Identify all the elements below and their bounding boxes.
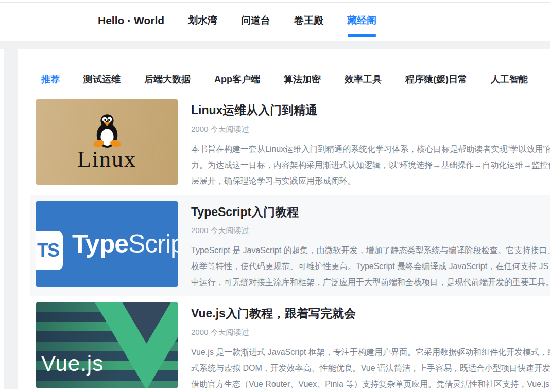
nav-item-juanwangdian[interactable]: 卷王殿 xyxy=(294,1,323,41)
tab-backend-bigdata[interactable]: 后端大数据 xyxy=(144,73,191,85)
tab-efficiency-tools[interactable]: 效率工具 xyxy=(345,73,382,85)
nav-item-wendaotai[interactable]: 问道台 xyxy=(241,1,270,41)
article-card-linux[interactable]: Linux Linux运维从入门到精通 2000 今天阅读过 本书旨在构建一套从… xyxy=(30,93,550,195)
tab-app-client[interactable]: App客户端 xyxy=(214,73,260,85)
page-background-band xyxy=(0,41,550,49)
left-gutter xyxy=(4,49,18,389)
tab-ai[interactable]: 人工智能 xyxy=(491,73,528,85)
article-title[interactable]: Linux运维从入门到精通 xyxy=(191,103,550,118)
tux-penguin-icon xyxy=(92,113,122,149)
main-content: 推荐 测试运维 后端大数据 App客户端 算法加密 效率工具 程序猿(媛)日常 … xyxy=(0,49,550,392)
article-card-typescript[interactable]: TS TypeScript TypeScript入门教程 2000 今天阅读过 … xyxy=(30,195,550,297)
tab-recommended[interactable]: 推荐 xyxy=(41,73,60,85)
article-read-count: 2000 今天阅读过 xyxy=(191,328,550,337)
typescript-thumbnail-text: TypeScript xyxy=(72,229,178,259)
article-card-vuejs[interactable]: Vue.js Vue.js入门教程，跟着写完就会 2000 今天阅读过 Vue.… xyxy=(30,296,550,392)
typescript-word-light: Script xyxy=(128,229,178,258)
ts-logo-letters: TS xyxy=(37,240,63,261)
article-title[interactable]: Vue.js入门教程，跟着写完就会 xyxy=(191,307,550,321)
tab-programmer-daily[interactable]: 程序猿(媛)日常 xyxy=(405,73,467,85)
top-divider xyxy=(0,2,550,3)
tab-algorithm-crypto[interactable]: 算法加密 xyxy=(284,73,321,85)
article-read-count: 2000 今天阅读过 xyxy=(191,226,550,236)
article-description: TypeScript 是 JavaScript 的超集，由微软开发，增加了静态类… xyxy=(191,242,550,290)
tab-test-ops[interactable]: 测试运维 xyxy=(83,73,121,85)
article-description: 本书旨在构建一套从Linux运维入门到精通的系统化学习体系，核心目标是帮助读者实… xyxy=(191,141,550,189)
article-title[interactable]: TypeScript入门教程 xyxy=(191,205,550,220)
site-brand[interactable]: Hello · World xyxy=(98,14,164,27)
nav-item-huashuiwan[interactable]: 划水湾 xyxy=(188,1,217,41)
linux-thumbnail: Linux xyxy=(36,99,178,185)
nav-item-cangjingge-active[interactable]: 藏经阁 xyxy=(347,1,376,41)
top-navbar: Hello · World 划水湾 问道台 卷王殿 藏经阁 xyxy=(0,0,550,41)
category-tabbar: 推荐 测试运维 后端大数据 App客户端 算法加密 效率工具 程序猿(媛)日常 … xyxy=(30,49,550,93)
ts-logo-icon: TS xyxy=(36,231,63,270)
vuejs-thumbnail-text: Vue.js xyxy=(41,353,104,375)
article-description: Vue.js 是一款渐进式 JavaScript 框架，专注于构建用户界面。它采… xyxy=(191,344,550,392)
linux-thumbnail-text: Linux xyxy=(77,148,136,171)
typescript-thumbnail: TS TypeScript xyxy=(36,201,178,287)
article-read-count: 2000 今天阅读过 xyxy=(191,124,550,134)
vuejs-thumbnail: Vue.js xyxy=(36,302,178,388)
typescript-word-bold: Type xyxy=(72,229,128,258)
